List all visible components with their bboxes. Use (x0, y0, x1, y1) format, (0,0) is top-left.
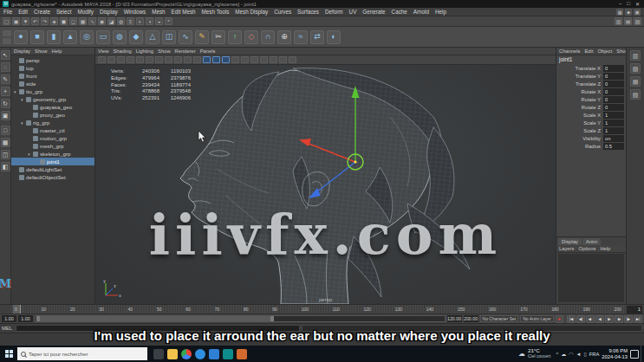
outliner-item[interactable]: ▾ tto_grp (11, 87, 94, 95)
animation-start-field[interactable]: 1.00 (2, 315, 16, 322)
menu-item[interactable]: Help (435, 9, 446, 15)
render-settings-icon[interactable]: * (165, 17, 172, 25)
mirror-icon[interactable]: ⇄ (310, 30, 324, 44)
outliner-item[interactable]: proxy_geo (11, 111, 94, 119)
shaded-display-icon[interactable] (212, 56, 220, 63)
file-explorer-icon[interactable] (167, 349, 178, 359)
menu-item[interactable]: Display (100, 9, 118, 15)
attribute-editor-tab-icon[interactable]: ▤ (630, 76, 641, 87)
camera-attributes-icon[interactable] (98, 56, 106, 63)
save-scene-icon[interactable]: ▼ (22, 17, 29, 25)
render-current-frame-icon[interactable]: ◑ (146, 17, 153, 25)
xray-display-icon[interactable] (279, 56, 287, 63)
lights-toggle-icon[interactable] (231, 56, 239, 63)
menu-item[interactable]: Windows (124, 9, 146, 15)
character-set-dropdown[interactable]: No Character Set (480, 315, 519, 322)
snap-to-grid-icon[interactable]: ▦ (79, 17, 87, 25)
vscode-icon[interactable] (209, 349, 219, 359)
step-back-key-button[interactable]: ◀· (586, 315, 595, 323)
outliner-item[interactable]: guayasa_geo (11, 103, 94, 111)
animation-end-field[interactable]: 200.00 (464, 315, 478, 322)
channel-value-field[interactable]: 0 (603, 65, 624, 72)
grease-pencil-icon[interactable] (136, 56, 144, 63)
shelf-tabs-icon[interactable] (3, 30, 11, 36)
multi-cut-icon[interactable]: ✂ (211, 30, 225, 44)
show-desktop-button[interactable] (641, 346, 644, 362)
modeling-toolkit-tab-icon[interactable]: ▨ (630, 63, 641, 74)
outliner-item[interactable]: defaultObjectSet (11, 173, 94, 181)
tool-settings-toggle-icon[interactable]: ▧ (634, 17, 641, 25)
outliner-item[interactable]: ▾ geometry_grp (11, 95, 94, 103)
merge-icon[interactable]: ⊕ (277, 30, 291, 44)
range-slider-track[interactable] (35, 315, 446, 322)
play-backwards-button[interactable]: ◀ (595, 315, 604, 323)
outliner-item[interactable]: joint1 (11, 158, 94, 165)
volume-icon[interactable]: ◄ (576, 352, 581, 357)
network-icon[interactable]: ◠ (569, 352, 573, 357)
layer-list[interactable] (558, 254, 624, 302)
shelf-menu-icon[interactable] (3, 38, 11, 44)
poly-pyramid-icon[interactable]: △ (146, 30, 159, 44)
rotate-tool-icon[interactable]: ↻ (1, 99, 10, 108)
channel-value-field[interactable]: 1 (603, 127, 624, 134)
menu-item[interactable]: Mesh Display (235, 9, 268, 15)
channel-value-field[interactable]: 0 (603, 81, 624, 87)
viewport-canvas[interactable]: Verts: 240306 1190103 Edges: 479964 2379… (95, 65, 556, 304)
grid-toggle-icon[interactable] (146, 56, 153, 63)
tool-settings-tab-icon[interactable]: ▧ (630, 89, 641, 100)
menu-item[interactable]: Surfaces (297, 9, 319, 15)
media-player-icon[interactable] (237, 349, 247, 359)
language-indicator[interactable]: FRA (589, 352, 600, 357)
battery-icon[interactable]: ▯ (583, 352, 586, 357)
outliner-item[interactable]: side (11, 80, 94, 87)
hidden-icons-chevron[interactable]: ^ (556, 352, 558, 357)
viewport-menu-item[interactable]: View (98, 48, 108, 54)
attribute-editor-toggle-icon[interactable]: ▤ (624, 17, 632, 25)
layer-editor-menu-item[interactable]: Options (578, 246, 595, 251)
anti-aliasing-icon[interactable] (270, 56, 277, 63)
pin-workspace-icon[interactable]: ◆ (625, 9, 632, 16)
viewport-menu-item[interactable]: Shading (113, 48, 131, 54)
paint-select-tool-icon[interactable]: ✎ (1, 74, 10, 84)
anim-layer-dropdown[interactable]: No Anim Layer (520, 315, 554, 322)
channel-value-field[interactable]: 1 (603, 120, 624, 126)
shadows-toggle-icon[interactable] (241, 56, 249, 63)
redo-icon[interactable]: ↷ (41, 17, 49, 25)
menu-item[interactable]: Curves (274, 9, 291, 15)
move-tool-icon[interactable]: + (1, 87, 10, 96)
extrude-icon[interactable]: ↑ (228, 30, 242, 44)
screen-space-ao-icon[interactable] (250, 56, 258, 63)
range-start-handle[interactable] (36, 316, 40, 321)
outliner-item[interactable]: ▾ rig_grp (11, 119, 94, 126)
ipr-render-icon[interactable]: ◒ (155, 17, 163, 25)
outliner-item[interactable]: mesh_grp (11, 142, 94, 150)
task-view-icon[interactable] (153, 349, 164, 359)
outliner-menu-item[interactable]: Help (52, 48, 62, 54)
film-gate-icon[interactable] (155, 56, 163, 63)
outliner-item[interactable]: top (11, 64, 94, 72)
bridge-icon[interactable]: ∩ (261, 30, 275, 44)
outliner-item[interactable]: defaultLightSet (11, 165, 94, 173)
layer-editor-menu-item[interactable]: Layers (559, 246, 574, 251)
four-pane-layout-icon[interactable]: ▦ (1, 138, 10, 147)
viewport-menu-item[interactable]: Show (158, 48, 171, 54)
time-slider-track[interactable]: 0102030405060708090100110120130140150160… (12, 305, 624, 314)
make-live-icon[interactable]: ◍ (117, 17, 125, 25)
channel-box-menu-item[interactable]: Object (598, 48, 613, 54)
menu-item[interactable]: Edit (18, 9, 28, 15)
new-scene-icon[interactable]: ▢ (3, 17, 10, 25)
outliner-item[interactable]: ▾ skeleton_grp (11, 150, 94, 158)
layer-editor-tab[interactable]: Anim (582, 238, 601, 245)
weather-widget[interactable]: ☁ 21°C Ciel couvert (516, 348, 553, 359)
edge-icon[interactable] (195, 349, 205, 359)
viewport-menu-item[interactable]: Panels (200, 48, 216, 54)
poly-sphere-icon[interactable]: ● (14, 30, 28, 44)
menu-item[interactable]: Deform (325, 9, 343, 15)
single-pane-layout-icon[interactable]: □ (1, 126, 10, 135)
bookmarks-icon[interactable] (107, 56, 115, 63)
step-forward-key-button[interactable]: ·▶ (615, 315, 623, 323)
channel-value-field[interactable]: 0 (603, 104, 624, 111)
step-back-frame-button[interactable]: ◀| (576, 315, 585, 323)
action-center-icon[interactable] (630, 350, 639, 359)
menu-item[interactable]: Cache (392, 9, 407, 15)
